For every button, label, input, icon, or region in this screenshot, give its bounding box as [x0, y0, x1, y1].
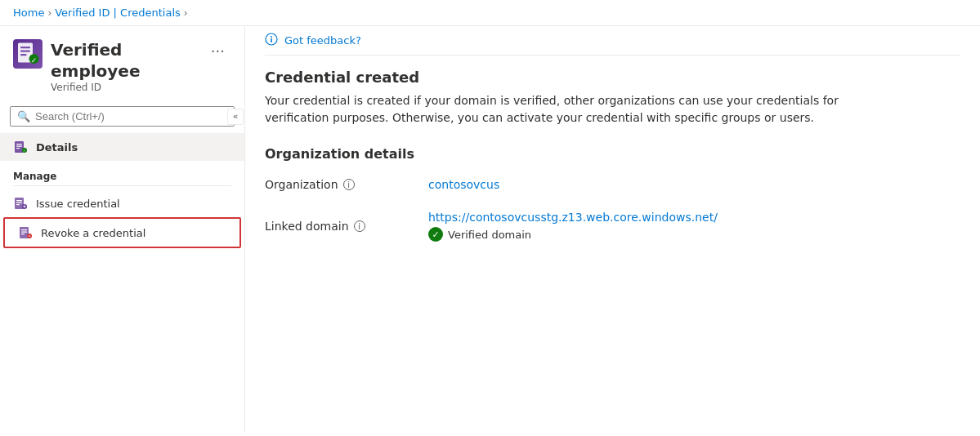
- nav-revoke-label: Revoke a credential: [41, 227, 145, 239]
- search-container: 🔍 «: [10, 106, 235, 127]
- app-icon: ✓: [13, 39, 43, 69]
- svg-text:✓: ✓: [23, 149, 26, 153]
- svg-text:–: –: [28, 233, 31, 239]
- svg-rect-14: [16, 202, 22, 203]
- breadcrumb-parent[interactable]: Verified ID | Credentials: [55, 7, 181, 19]
- search-icon: 🔍: [17, 110, 30, 122]
- org-details-table: Organization i contosovcus Linked domain…: [265, 175, 960, 245]
- svg-rect-19: [21, 229, 27, 230]
- nav-issue-label: Issue credential: [36, 198, 120, 210]
- svg-rect-7: [16, 144, 22, 145]
- linked-domain-url[interactable]: https://contosovcusstg.z13.web.core.wind…: [428, 211, 960, 224]
- app-title: Verified employee: [51, 39, 196, 82]
- svg-rect-15: [16, 204, 20, 205]
- svg-rect-8: [16, 146, 22, 147]
- org-section-title: Organization details: [265, 146, 960, 162]
- nav-item-revoke-credential[interactable]: – Revoke a credential: [3, 217, 241, 248]
- feedback-icon: [265, 33, 278, 48]
- svg-rect-9: [16, 148, 20, 149]
- breadcrumb: Home › Verified ID | Credentials ›: [0, 0, 980, 26]
- breadcrumb-sep1: ›: [47, 7, 51, 19]
- svg-rect-13: [16, 200, 22, 201]
- svg-text:✓: ✓: [31, 56, 38, 65]
- svg-rect-3: [20, 54, 27, 56]
- linked-domain-label: Linked domain i: [265, 207, 428, 245]
- credential-section-description: Your credential is created if your domai…: [265, 92, 878, 127]
- svg-rect-20: [21, 232, 27, 233]
- svg-rect-2: [20, 51, 30, 52]
- sidebar: ✓ Verified employee Verified ID ··· 🔍 «: [0, 26, 245, 432]
- feedback-bar[interactable]: Got feedback?: [265, 26, 960, 56]
- org-label: Organization i: [265, 175, 428, 194]
- manage-section-label: Manage: [0, 161, 244, 185]
- linked-domain-value: https://contosovcusstg.z13.web.core.wind…: [428, 207, 960, 245]
- app-layout: ✓ Verified employee Verified ID ··· 🔍 «: [0, 26, 980, 432]
- search-input[interactable]: [35, 110, 227, 122]
- verified-domain-badge: Verified domain: [428, 227, 960, 242]
- breadcrumb-sep2: ›: [184, 7, 188, 19]
- main-content: Got feedback? Credential created Your cr…: [245, 26, 980, 432]
- org-info-icon[interactable]: i: [343, 179, 355, 190]
- verified-domain-label: Verified domain: [448, 229, 531, 241]
- nav-details-label: Details: [36, 141, 78, 153]
- sidebar-header: ✓ Verified employee Verified ID ···: [0, 26, 244, 100]
- issue-credential-icon: +: [13, 196, 28, 211]
- breadcrumb-home[interactable]: Home: [13, 7, 44, 19]
- svg-text:+: +: [22, 203, 27, 210]
- check-circle-icon: [428, 227, 443, 242]
- details-icon: ✓: [13, 140, 28, 154]
- more-button[interactable]: ···: [204, 39, 231, 63]
- nav-item-details[interactable]: ✓ Details: [0, 133, 244, 161]
- svg-rect-21: [21, 234, 25, 234]
- org-value: contosovcus: [428, 175, 960, 194]
- feedback-label: Got feedback?: [284, 34, 361, 47]
- linked-domain-info-icon[interactable]: i: [354, 220, 365, 232]
- svg-rect-1: [20, 47, 30, 48]
- revoke-credential-icon: –: [18, 225, 33, 240]
- org-link[interactable]: contosovcus: [428, 178, 960, 191]
- svg-rect-26: [271, 38, 272, 42]
- sidebar-title-group: Verified employee Verified ID: [51, 39, 196, 93]
- collapse-button[interactable]: «: [227, 109, 244, 125]
- credential-section-title: Credential created: [265, 69, 960, 86]
- app-subtitle: Verified ID: [51, 82, 196, 93]
- nav-item-issue-credential[interactable]: + Issue credential: [0, 189, 244, 217]
- svg-point-25: [271, 36, 272, 38]
